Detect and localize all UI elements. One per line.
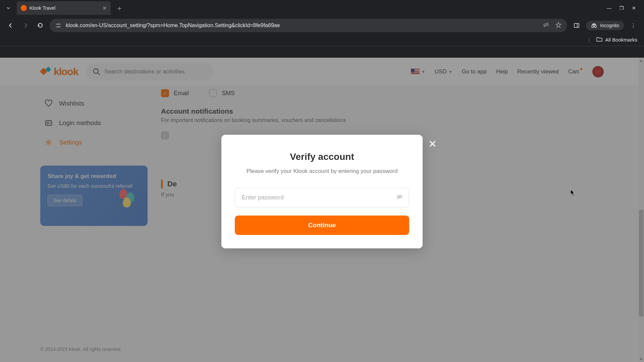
address-bar[interactable]: klook.com/en-US/account_setting/?spm=Hom… bbox=[50, 19, 567, 32]
eye-off-icon[interactable] bbox=[542, 21, 550, 30]
verify-account-modal: ✕ Verify account Please verify your Kloo… bbox=[221, 135, 423, 248]
svg-line-20 bbox=[397, 194, 402, 199]
svg-point-5 bbox=[58, 26, 59, 27]
reload-button[interactable] bbox=[35, 20, 46, 31]
browser-tab[interactable]: Klook Travel ✕ bbox=[17, 1, 111, 15]
back-button[interactable] bbox=[5, 20, 16, 31]
incognito-indicator[interactable]: Incognito bbox=[586, 21, 624, 30]
address-bar-row: klook.com/en-US/account_setting/?spm=Hom… bbox=[0, 16, 644, 35]
tab-title: Klook Travel bbox=[30, 5, 100, 11]
page-viewport: klook ▼ USD ▼ Go to app Help Recently vi… bbox=[0, 58, 644, 362]
url-text: klook.com/en-US/account_setting/?spm=Hom… bbox=[66, 22, 280, 28]
incognito-label: Incognito bbox=[600, 23, 619, 28]
browser-chrome: Klook Travel ✕ ＋ — ❐ ✕ klook.com/en-US/a… bbox=[0, 0, 644, 46]
minimize-button[interactable]: — bbox=[607, 5, 611, 11]
tab-strip: Klook Travel ✕ ＋ — ❐ ✕ bbox=[0, 0, 644, 16]
svg-line-6 bbox=[544, 22, 548, 27]
maximize-button[interactable]: ❐ bbox=[620, 5, 624, 11]
password-input[interactable] bbox=[235, 188, 409, 207]
modal-description: Please verify your Klook account by ente… bbox=[235, 167, 409, 176]
tab-favicon bbox=[21, 5, 27, 11]
svg-rect-2 bbox=[56, 26, 58, 27]
bookmarks-bar: | All Bookmarks bbox=[0, 35, 644, 46]
modal-close-button[interactable]: ✕ bbox=[426, 135, 439, 153]
show-password-icon[interactable] bbox=[396, 193, 403, 202]
tab-search-dropdown[interactable] bbox=[3, 2, 14, 14]
password-field-wrap bbox=[235, 188, 409, 207]
forward-button[interactable] bbox=[20, 20, 31, 31]
new-tab-button[interactable]: ＋ bbox=[113, 2, 125, 14]
incognito-icon bbox=[591, 23, 597, 28]
svg-point-10 bbox=[594, 25, 596, 27]
modal-overlay[interactable]: ✕ Verify account Please verify your Kloo… bbox=[0, 58, 644, 362]
svg-rect-7 bbox=[574, 23, 579, 27]
modal-title: Verify account bbox=[235, 152, 409, 162]
browser-menu-icon[interactable]: ⋮ bbox=[628, 20, 639, 31]
side-panel-icon[interactable] bbox=[571, 20, 582, 31]
bookmark-star-icon[interactable] bbox=[555, 21, 562, 29]
svg-point-4 bbox=[57, 23, 59, 25]
all-bookmarks-link[interactable]: All Bookmarks bbox=[605, 37, 637, 43]
url-actions bbox=[542, 21, 562, 30]
tab-close-icon[interactable]: ✕ bbox=[102, 5, 107, 11]
site-settings-icon[interactable] bbox=[55, 22, 62, 29]
continue-button[interactable]: Continue bbox=[235, 216, 409, 235]
window-controls: — ❐ ✕ bbox=[607, 5, 641, 11]
close-window-button[interactable]: ✕ bbox=[632, 5, 636, 11]
svg-rect-1 bbox=[58, 24, 61, 24]
svg-point-9 bbox=[592, 25, 594, 27]
folder-icon bbox=[596, 37, 602, 43]
